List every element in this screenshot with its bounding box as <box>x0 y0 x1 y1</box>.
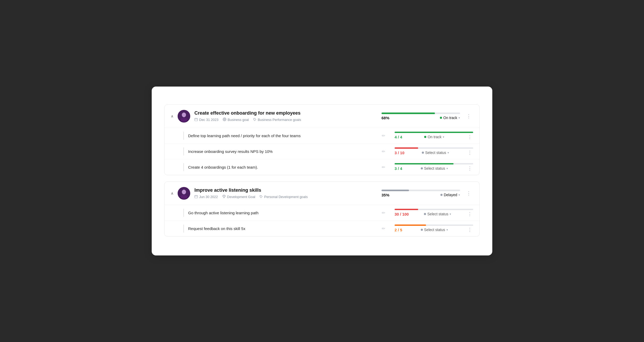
kr-more-menu[interactable]: ⋮ <box>466 211 473 217</box>
chevron-down-icon: ▾ <box>459 193 460 197</box>
goal-info: Create effective onboarding for new empl… <box>194 110 372 122</box>
kr-more-menu[interactable]: ⋮ <box>466 165 473 171</box>
goal-date-label: Dec 31 2023 <box>199 118 219 122</box>
kr-progress-bar <box>395 225 473 226</box>
kr-edit-icon[interactable]: ✏ <box>382 210 385 215</box>
goal-tag: Business Performance goals <box>253 118 301 122</box>
kr-fraction: 3 / 4 <box>395 166 402 171</box>
goal-type-icon <box>222 195 226 199</box>
collapse-chevron[interactable]: ∧ <box>171 114 173 118</box>
tag-icon <box>253 118 256 122</box>
goal-progress-fill <box>381 113 435 114</box>
kr-edit-icon[interactable]: ✏ <box>382 226 385 231</box>
kr-more-menu[interactable]: ⋮ <box>466 227 473 233</box>
kr-progress-bar <box>395 147 473 149</box>
kr-progress-fill <box>395 225 426 226</box>
kr-edit-icon[interactable]: ✏ <box>382 149 385 154</box>
goal-status-dot <box>440 194 443 196</box>
kr-fraction: 3 / 10 <box>395 151 405 155</box>
svg-point-3 <box>181 118 187 122</box>
kr-status[interactable]: Select status ▾ <box>422 151 449 155</box>
chevron-down-icon: ▾ <box>443 135 444 139</box>
kr-fraction: 4 / 4 <box>395 135 402 139</box>
kr-more-menu[interactable]: ⋮ <box>466 150 473 156</box>
kr-status-label: Select status <box>425 151 446 155</box>
goal-progress-pct: 68% <box>381 116 389 120</box>
goal-type-label: Development Goal <box>227 195 255 199</box>
calendar-icon <box>194 195 198 199</box>
goal-header-1: ∧ Create effective onboarding for new em… <box>165 105 479 128</box>
goal-status-label: On track <box>443 116 457 120</box>
chevron-down-icon: ▾ <box>459 116 460 120</box>
kr-progress-info: 2 / 5 Select status ▾ ⋮ <box>395 227 473 233</box>
kr-row-2-2: Request feedback on this skill 5x ✏ 2 / … <box>165 221 479 236</box>
svg-point-15 <box>181 195 187 199</box>
kr-label: Create 4 onboardings (1 for each team). <box>188 165 378 169</box>
kr-edit-icon[interactable]: ✏ <box>382 133 385 138</box>
svg-point-11 <box>254 119 254 119</box>
kr-status-dot <box>424 136 426 138</box>
kr-progress: 3 / 4 Select status ▾ ⋮ <box>389 163 473 171</box>
goal-more-menu[interactable]: ⋮ <box>464 112 473 120</box>
kr-status[interactable]: Select status ▾ <box>421 228 448 232</box>
collapse-chevron[interactable]: ∧ <box>171 191 173 195</box>
goal-meta: Dec 31 2023 Business goal Business Perfo… <box>194 117 372 122</box>
goal-tag-label: Business Performance goals <box>258 118 301 122</box>
kr-status-label: Select status <box>427 212 448 216</box>
goal-date-label: Jun 30 2022 <box>199 195 218 199</box>
kr-status-dot <box>421 229 423 231</box>
kr-status-dot <box>421 167 423 169</box>
kr-fraction: 30 / 100 <box>395 212 409 216</box>
key-results-1: Define top learning path need / priority… <box>165 128 479 175</box>
kr-progress-info: 3 / 4 Select status ▾ ⋮ <box>395 165 473 171</box>
chevron-down-icon: ▾ <box>446 228 448 232</box>
goal-card-1: ∧ Create effective onboarding for new em… <box>164 104 480 175</box>
goal-progress-pct: 35% <box>381 193 389 197</box>
goal-meta: Jun 30 2022 Development Goal Personal De… <box>194 195 372 199</box>
kr-indent <box>183 163 184 171</box>
kr-status[interactable]: Select status ▾ <box>421 166 448 170</box>
kr-status[interactable]: On track ▾ <box>424 135 444 139</box>
calendar-icon <box>194 118 198 122</box>
avatar <box>178 110 190 122</box>
kr-row-1-2: Increase onboarding survey results NPS b… <box>165 144 479 159</box>
goal-type-label: Business goal <box>228 118 249 122</box>
goal-type: Business goal <box>223 117 249 122</box>
kr-label: Request feedback on this skill 5x <box>188 226 378 231</box>
kr-progress-info: 30 / 100 Select status ▾ ⋮ <box>395 211 473 217</box>
kr-edit-icon[interactable]: ✏ <box>382 165 385 170</box>
goal-status-dot <box>440 117 442 119</box>
kr-status[interactable]: Select status ▾ <box>424 212 451 216</box>
kr-progress: 4 / 4 On track ▾ ⋮ <box>389 132 473 140</box>
svg-point-10 <box>224 119 225 120</box>
goal-header-2: ∧ Improve active listening skills Jun 30… <box>165 182 479 205</box>
goal-progress-info: 35% Delayed ▾ <box>381 193 460 197</box>
kr-progress-fill <box>395 209 418 210</box>
kr-progress-info: 4 / 4 On track ▾ ⋮ <box>395 134 473 140</box>
kr-progress-info: 3 / 10 Select status ▾ ⋮ <box>395 150 473 156</box>
goal-date: Jun 30 2022 <box>194 195 218 199</box>
goal-status[interactable]: Delayed ▾ <box>440 193 460 197</box>
goal-progress: 35% Delayed ▾ <box>376 190 460 197</box>
goal-tag-label: Personal Development goals <box>264 195 308 199</box>
goal-title: Create effective onboarding for new empl… <box>194 110 372 116</box>
kr-indent <box>183 209 184 217</box>
kr-label: Go through active listening learning pat… <box>188 211 378 215</box>
goal-title: Improve active listening skills <box>194 188 372 193</box>
kr-status-label: On track <box>428 135 441 139</box>
goal-type: Development Goal <box>222 195 255 199</box>
goal-progress-bar <box>381 190 460 191</box>
svg-point-1 <box>182 113 186 117</box>
kr-status-dot <box>424 213 426 215</box>
svg-rect-16 <box>195 195 198 198</box>
svg-rect-4 <box>195 118 198 121</box>
chevron-down-icon: ▾ <box>447 151 449 154</box>
kr-progress-fill <box>395 132 473 133</box>
goals-list: ∧ Create effective onboarding for new em… <box>164 104 480 237</box>
goal-more-menu[interactable]: ⋮ <box>464 189 473 197</box>
goal-progress-fill <box>381 190 409 191</box>
svg-point-13 <box>182 190 186 194</box>
kr-more-menu[interactable]: ⋮ <box>466 134 473 140</box>
goal-status[interactable]: On track ▾ <box>440 116 460 120</box>
kr-status-label: Select status <box>424 166 445 170</box>
